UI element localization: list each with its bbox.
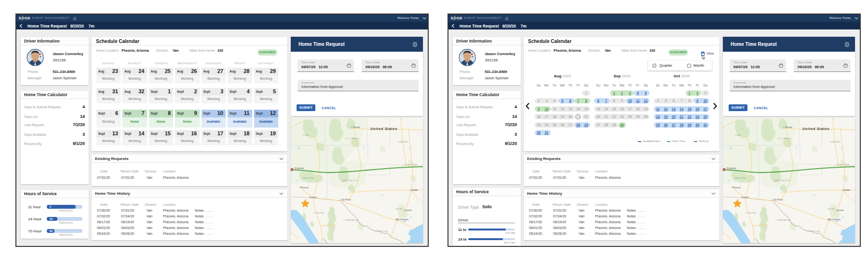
svg-text:COAHUILA: COAHUILA (807, 230, 820, 232)
svg-text:NEW MEXICO: NEW MEXICO (342, 179, 359, 182)
svg-text:Denver: Denver (785, 126, 792, 129)
svg-text:Tucson: Tucson (309, 196, 317, 199)
svg-text:CHIHUAHUA: CHIHUAHUA (343, 219, 358, 221)
svg-text:Phoenix: Phoenix (300, 186, 309, 189)
svg-text:El Paso: El Paso (342, 198, 351, 201)
svg-text:UTAH: UTAH (303, 134, 310, 136)
svg-text:KANSAS: KANSAS (830, 141, 841, 143)
svg-text:OKLAHOMA: OKLAHOMA (835, 163, 849, 166)
svg-text:Dallas: Dallas (843, 188, 850, 191)
svg-text:ARIZONA: ARIZONA (303, 177, 314, 179)
svg-text:SONORA: SONORA (313, 212, 324, 214)
svg-text:COLORADO: COLORADO (345, 137, 359, 140)
svg-text:Kingman: Kingman (295, 167, 304, 170)
svg-text:El Paso: El Paso (774, 198, 783, 201)
svg-text:UTAH: UTAH (735, 134, 742, 136)
svg-text:Phoenix: Phoenix (732, 186, 741, 189)
svg-text:SONORA: SONORA (746, 212, 756, 214)
svg-text:COAHUILA: COAHUILA (375, 230, 388, 232)
svg-text:KANSAS: KANSAS (398, 141, 408, 143)
svg-text:TEXAS: TEXAS (827, 208, 835, 210)
svg-text:OKLAHOMA: OKLAHOMA (403, 163, 417, 166)
svg-text:Kingman: Kingman (727, 167, 736, 170)
svg-text:Dallas: Dallas (411, 188, 418, 191)
svg-text:NEW MEXICO: NEW MEXICO (774, 179, 791, 182)
svg-text:ARIZONA: ARIZONA (735, 177, 746, 179)
svg-text:COLORADO: COLORADO (777, 137, 791, 140)
svg-text:CHIHUAHUA: CHIHUAHUA (775, 219, 790, 221)
svg-text:TEXAS: TEXAS (395, 208, 403, 210)
svg-text:Austin: Austin (837, 209, 844, 212)
svg-text:United States: United States (802, 127, 829, 131)
svg-text:Austin: Austin (405, 209, 412, 212)
svg-text:United States: United States (370, 127, 397, 131)
svg-text:Tucson: Tucson (741, 196, 749, 199)
svg-text:Denver: Denver (353, 126, 360, 129)
